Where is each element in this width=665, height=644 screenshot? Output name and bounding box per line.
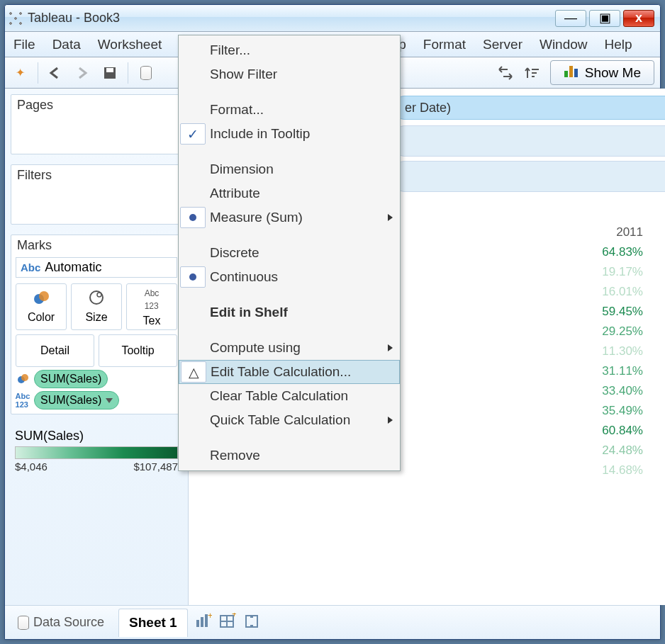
maximize-button[interactable]: ▣ [589,10,620,27]
pill-sum-sales-text[interactable]: SUM(Sales) [34,391,119,409]
mark-size-button[interactable]: Size [71,283,122,330]
marks-label: Marks [11,235,181,253]
menu-item-dimension[interactable]: Dimension [179,157,400,181]
minimize-button[interactable]: — [555,10,586,27]
table-cell: 28.60% [649,322,665,341]
menu-item-remove[interactable]: Remove [179,444,400,468]
show-me-button[interactable]: Show Me [550,60,654,85]
text-glyph-icon: Abc123 [16,392,30,409]
radio-icon [180,207,206,228]
new-dashboard-button[interactable]: + [219,613,236,632]
menu-item-measure-sum[interactable]: Measure (Sum) [179,205,400,230]
table-row: 64.83%48.27%45.25%46.46% [586,242,665,262]
new-story-button[interactable] [243,613,260,632]
back-button[interactable] [47,64,65,82]
mark-tex-button[interactable]: Abc123Tex [126,283,177,330]
table-cell: 14.68% [586,461,649,480]
legend-min: $4,046 [15,461,48,473]
menu-file[interactable]: File [13,37,35,52]
svg-rect-4 [574,69,578,77]
menu-item-continuous[interactable]: Continuous [179,265,400,289]
svg-text:+: + [232,613,236,619]
window-title: Tableau - Book3 [28,11,120,26]
table-row: 60.84%59.04%44.28%42.89% [586,421,665,441]
datasource-button[interactable] [137,64,155,82]
menu-item-show-filter[interactable]: Show Filter [179,62,400,86]
table-cell: 35.49% [586,401,649,421]
pill-sum-sales-color[interactable]: SUM(Sales) [34,370,108,388]
table-cell: 48.27% [649,242,665,262]
forward-button[interactable] [74,64,92,82]
table-row: 29.25%28.60%29.52%30.37% [586,322,665,341]
table-row: 59.45%54.39%51.94%44.84% [586,302,665,322]
table-cell: 14.63% [649,461,665,480]
menu-item-include-in-tooltip[interactable]: ✓Include in Tooltip [179,122,400,146]
logo-icon[interactable]: ✦ [11,64,29,82]
menu-item-edit-in-shelf[interactable]: Edit in Shelf [179,300,400,324]
app-window: Tableau - Book3 — ▣ x FileDataWorksheetp… [4,4,661,640]
cylinder-icon [18,616,29,630]
sort-button[interactable] [523,64,542,82]
menu-item-quick-table-calculation[interactable]: Quick Table Calculation [179,408,400,432]
gradient-bar[interactable] [15,446,178,459]
menu-item-discrete[interactable]: Discrete [179,241,400,265]
table-cell: 33.40% [586,381,649,401]
menu-item-compute-using[interactable]: Compute using [179,336,400,360]
abc-icon: Abc [21,261,40,273]
table-cell: 29.25% [586,322,649,341]
chevron-right-icon [388,344,393,351]
table-cell: 60.84% [586,421,649,441]
menu-help[interactable]: Help [605,37,632,52]
new-worksheet-button[interactable]: + [195,613,212,632]
table-row: 11.30%17.00%18.54%24.79% [586,341,665,361]
datasource-tab[interactable]: Data Source [11,612,111,633]
table-row: 14.68%14.63%20.29%22.58% [586,461,665,480]
table-cell: 24.48% [586,441,649,461]
menu-item-clear-table-calculation[interactable]: Clear Table Calculation [179,384,400,408]
save-button[interactable] [101,64,119,82]
menu-window[interactable]: Window [540,37,588,52]
mark-type-select[interactable]: Abc Automatic [16,257,177,278]
columns-pill[interactable]: er Date) [394,96,665,120]
delta-icon: △ [181,361,206,383]
menu-item-filter[interactable]: Filter... [179,38,400,62]
columns-shelf[interactable] [394,125,665,157]
table-cell: 16.01% [586,282,649,302]
mark-tooltip-button[interactable]: Tooltip [99,334,177,367]
dropdown-icon [106,398,113,403]
check-icon: ✓ [180,123,206,145]
svg-point-8 [97,293,101,297]
table-row: 24.48%26.33%35.43%34.53% [586,441,665,461]
swap-button[interactable] [496,64,515,82]
columns-pill-label: er Date) [405,101,451,115]
rows-shelf[interactable] [394,161,665,192]
menu-item-edit-table-calculation[interactable]: △Edit Table Calculation... [179,360,400,384]
menu-worksheet[interactable]: Worksheet [98,37,162,52]
legend-max: $107,487 [133,461,178,473]
menu-data[interactable]: Data [52,37,81,52]
year-header: 2011 [586,222,649,242]
table-row: 16.01%23.46%13.57%20.70% [586,282,665,302]
svg-rect-1 [106,68,113,72]
table-cell: 59.04% [649,421,665,441]
mark-detail-button[interactable]: Detail [16,334,94,367]
sheet-tab[interactable]: Sheet 1 [118,609,188,637]
menu-item-format[interactable]: Format... [179,98,400,122]
close-button[interactable]: x [623,10,654,27]
menu-item-attribute[interactable]: Attribute [179,181,400,205]
menu-format[interactable]: Format [423,37,466,52]
table-cell: 5.67% [649,401,665,421]
menu-server[interactable]: Server [483,37,522,52]
filters-shelf[interactable]: Filters [11,164,182,225]
size-icon [87,290,106,308]
table-row: 33.40%25.37%28.54%34.48% [586,381,665,401]
data-table: Order Date 2011201220132014 64.83%48.27%… [586,202,665,480]
mark-color-button[interactable]: Color [16,283,67,330]
pages-shelf[interactable]: Pages [11,94,182,154]
legend-title: SUM(Sales) [15,429,178,444]
table-cell: 31.11% [586,361,649,381]
sheet-label: Sheet 1 [129,615,177,630]
table-cell: 59.45% [586,302,649,322]
table-row: 19.17%28.27%41.18%32.84% [586,262,665,282]
app-icon [8,11,23,26]
